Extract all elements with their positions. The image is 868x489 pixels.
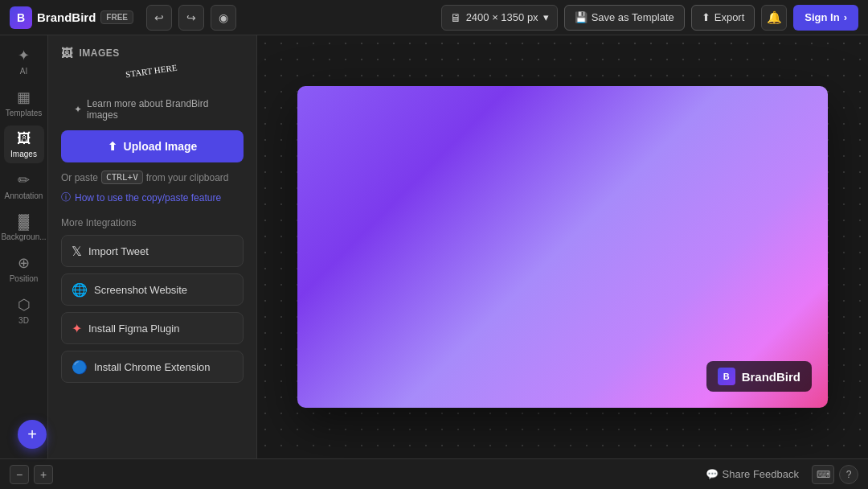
more-integrations-label: More Integrations (61, 217, 244, 228)
undo-button[interactable]: ↩ (146, 5, 172, 31)
bottom-bar: − + 💬 Share Feedback ⌨ ? (0, 458, 868, 489)
how-to-label: How to use the copy/paste feature (75, 192, 221, 203)
preview-button[interactable]: ◉ (211, 5, 236, 31)
install-figma-button[interactable]: ✦ Install Figma Plugin (61, 312, 244, 344)
watermark-text: BrandBird (742, 370, 800, 384)
sidebar-item-3d[interactable]: ⬡ 3D (4, 291, 44, 330)
device-icon: 🖥 (450, 11, 461, 24)
export-icon: ⬆ (702, 11, 710, 23)
device-size: 2400 × 1350 px (466, 11, 538, 23)
signin-button[interactable]: Sign In › (793, 5, 858, 31)
paste-suffix: from your clipboard (146, 172, 229, 183)
position-icon: ⊕ (18, 254, 30, 272)
sidebar-item-images-label: Images (10, 150, 37, 158)
signin-label: Sign In (805, 11, 839, 23)
fab-plus-icon: + (27, 425, 37, 444)
globe-icon: 🌐 (72, 282, 88, 298)
feedback-icon: 💬 (706, 468, 719, 480)
panel-content: START HERE ✦ Learn more about BrandBird … (48, 68, 256, 389)
canvas-area[interactable]: B BrandBird (257, 35, 868, 458)
how-to-link[interactable]: ⓘ How to use the copy/paste feature (61, 191, 244, 204)
chrome-icon: 🔵 (72, 360, 88, 375)
annotation-icon: ✏ (18, 171, 30, 189)
help-icon: ? (846, 469, 852, 480)
templates-icon: ▦ (17, 88, 31, 106)
redo-button[interactable]: ↪ (178, 5, 204, 31)
topnav: B BrandBird FREE ↩ ↪ ◉ 🖥 2400 × 1350 px … (0, 0, 868, 35)
upload-icon: ⬆ (108, 140, 117, 153)
sidebar-item-position-label: Position (10, 274, 39, 283)
sidebar-item-3d-label: 3D (18, 316, 29, 325)
fab-add-button[interactable]: + (18, 420, 47, 449)
sidebar-item-ai-label: AI (20, 67, 27, 76)
keyboard-icon: ⌨ (817, 469, 830, 480)
install-chrome-label: Install Chrome Extension (94, 361, 211, 373)
plus-icon: + (40, 468, 47, 481)
help-button[interactable]: ? (839, 465, 858, 484)
sidebar-item-background-label: Backgroun... (1, 232, 46, 241)
device-selector[interactable]: 🖥 2400 × 1350 px ▾ (441, 5, 558, 31)
zoom-in-button[interactable]: + (34, 465, 53, 484)
save-icon: 💾 (575, 11, 588, 23)
paste-hint: Or paste CTRL+V from your clipboard (61, 171, 244, 184)
upload-label: Upload Image (124, 140, 198, 153)
3d-icon: ⬡ (18, 296, 31, 314)
sidebar-item-background[interactable]: ▓ Backgroun... (4, 208, 44, 246)
keyboard-shortcuts-button[interactable]: ⌨ (812, 465, 834, 484)
sidebar-item-templates-label: Templates (6, 109, 43, 117)
sidebar-item-annotation[interactable]: ✏ Annotation (4, 166, 44, 205)
brand-name: BrandBird (37, 10, 96, 24)
export-button[interactable]: ⬆ Export (691, 5, 755, 31)
screenshot-website-label: Screenshot Website (94, 284, 187, 296)
bell-icon: 🔔 (767, 10, 782, 25)
sidebar-item-annotation-label: Annotation (5, 191, 43, 200)
save-template-label: Save as Template (592, 11, 674, 23)
share-feedback-label: Share Feedback (723, 468, 799, 480)
figma-icon: ✦ (72, 321, 82, 336)
learn-more-label: Learn more about BrandBird images (87, 98, 231, 121)
background-icon: ▓ (18, 213, 29, 230)
info-icon: ⓘ (61, 191, 71, 204)
minus-icon: − (16, 468, 23, 481)
zoom-controls: − + (10, 465, 53, 484)
screenshot-website-button[interactable]: 🌐 Screenshot Website (61, 273, 244, 306)
export-label: Export (714, 11, 745, 23)
upload-image-button[interactable]: ⬆ Upload Image (61, 130, 244, 162)
icon-sidebar: ✦ AI ▦ Templates 🖼 Images ✏ Annotation ▓… (0, 35, 48, 458)
canvas-frame: B BrandBird (297, 86, 828, 408)
sidebar-item-templates[interactable]: ▦ Templates (4, 84, 44, 122)
import-tweet-button[interactable]: 𝕏 Import Tweet (61, 235, 244, 267)
sparkle-icon: ✦ (74, 104, 82, 115)
install-chrome-button[interactable]: 🔵 Install Chrome Extension (61, 351, 244, 383)
images-icon: 🖼 (17, 130, 31, 147)
notifications-button[interactable]: 🔔 (761, 5, 787, 31)
sidebar-item-ai[interactable]: ✦ AI (4, 42, 44, 80)
learn-more-link[interactable]: ✦ Learn more about BrandBird images (61, 95, 244, 130)
paste-prefix: Or paste (61, 172, 98, 183)
install-figma-label: Install Figma Plugin (88, 323, 179, 335)
paste-shortcut: CTRL+V (101, 171, 143, 184)
free-badge: FREE (100, 10, 133, 24)
images-panel: 🖼 IMAGES START HERE ✦ Learn more about B… (48, 35, 257, 458)
main-area: ✦ AI ▦ Templates 🖼 Images ✏ Annotation ▓… (0, 35, 868, 458)
brand-logo: B BrandBird FREE (10, 6, 133, 29)
arrow-icon: › (844, 11, 847, 23)
zoom-out-button[interactable]: − (10, 465, 29, 484)
import-tweet-label: Import Tweet (88, 245, 149, 257)
sidebar-item-images[interactable]: 🖼 Images (4, 125, 44, 163)
brandbird-watermark: B BrandBird (706, 361, 812, 392)
panel-header-title: IMAGES (80, 47, 120, 59)
watermark-icon: B (718, 368, 735, 385)
canvas-gradient (297, 86, 828, 408)
twitter-icon: 𝕏 (72, 244, 82, 259)
sidebar-item-position[interactable]: ⊕ Position (4, 249, 44, 288)
chevron-down-icon: ▾ (543, 11, 549, 23)
share-feedback-button[interactable]: 💬 Share Feedback (699, 465, 805, 483)
save-template-button[interactable]: 💾 Save as Template (564, 5, 685, 31)
panel-header: 🖼 IMAGES (48, 35, 256, 68)
panel-header-icon: 🖼 (61, 47, 73, 60)
ai-icon: ✦ (18, 47, 30, 64)
brand-logo-icon: B (10, 6, 32, 29)
